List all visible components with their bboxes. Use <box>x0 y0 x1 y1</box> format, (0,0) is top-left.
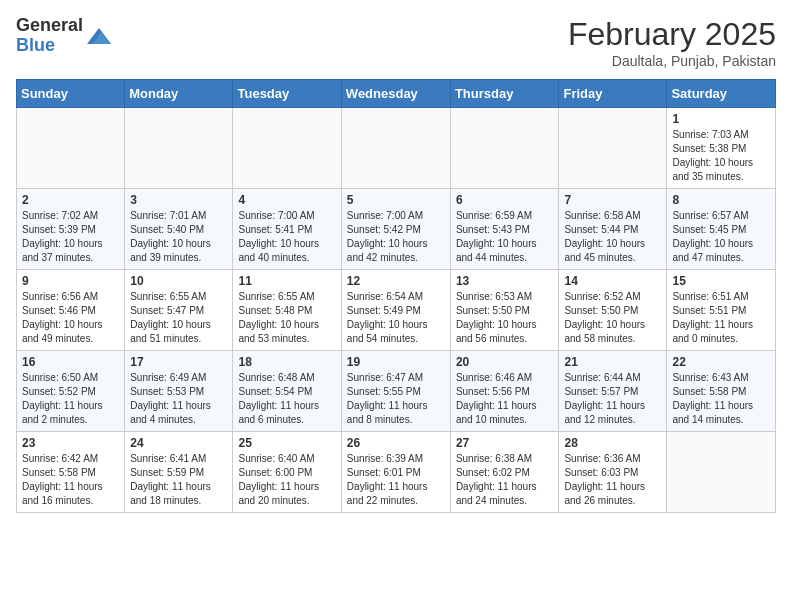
calendar-day-cell <box>450 108 559 189</box>
month-title: February 2025 <box>568 16 776 53</box>
day-number: 19 <box>347 355 445 369</box>
day-number: 10 <box>130 274 227 288</box>
day-info: Sunrise: 7:00 AM Sunset: 5:41 PM Dayligh… <box>238 209 335 265</box>
calendar-day-cell: 18Sunrise: 6:48 AM Sunset: 5:54 PM Dayli… <box>233 351 341 432</box>
calendar-day-cell <box>17 108 125 189</box>
day-info: Sunrise: 6:53 AM Sunset: 5:50 PM Dayligh… <box>456 290 554 346</box>
day-number: 15 <box>672 274 770 288</box>
calendar-week-row: 2Sunrise: 7:02 AM Sunset: 5:39 PM Daylig… <box>17 189 776 270</box>
day-number: 18 <box>238 355 335 369</box>
calendar-day-cell: 4Sunrise: 7:00 AM Sunset: 5:41 PM Daylig… <box>233 189 341 270</box>
day-number: 23 <box>22 436 119 450</box>
calendar-day-cell: 2Sunrise: 7:02 AM Sunset: 5:39 PM Daylig… <box>17 189 125 270</box>
calendar-day-cell: 14Sunrise: 6:52 AM Sunset: 5:50 PM Dayli… <box>559 270 667 351</box>
calendar-day-cell: 25Sunrise: 6:40 AM Sunset: 6:00 PM Dayli… <box>233 432 341 513</box>
calendar-day-cell: 28Sunrise: 6:36 AM Sunset: 6:03 PM Dayli… <box>559 432 667 513</box>
logo-icon <box>87 24 111 48</box>
day-number: 9 <box>22 274 119 288</box>
day-number: 14 <box>564 274 661 288</box>
calendar-day-cell: 26Sunrise: 6:39 AM Sunset: 6:01 PM Dayli… <box>341 432 450 513</box>
day-info: Sunrise: 6:56 AM Sunset: 5:46 PM Dayligh… <box>22 290 119 346</box>
page-header: General Blue February 2025 Daultala, Pun… <box>16 16 776 69</box>
calendar-day-cell: 6Sunrise: 6:59 AM Sunset: 5:43 PM Daylig… <box>450 189 559 270</box>
logo-blue: Blue <box>16 36 83 56</box>
calendar-day-cell: 10Sunrise: 6:55 AM Sunset: 5:47 PM Dayli… <box>125 270 233 351</box>
day-number: 28 <box>564 436 661 450</box>
day-info: Sunrise: 6:47 AM Sunset: 5:55 PM Dayligh… <box>347 371 445 427</box>
calendar-day-cell: 1Sunrise: 7:03 AM Sunset: 5:38 PM Daylig… <box>667 108 776 189</box>
day-number: 22 <box>672 355 770 369</box>
day-number: 13 <box>456 274 554 288</box>
calendar-week-row: 23Sunrise: 6:42 AM Sunset: 5:58 PM Dayli… <box>17 432 776 513</box>
day-info: Sunrise: 7:00 AM Sunset: 5:42 PM Dayligh… <box>347 209 445 265</box>
day-info: Sunrise: 6:39 AM Sunset: 6:01 PM Dayligh… <box>347 452 445 508</box>
day-info: Sunrise: 7:02 AM Sunset: 5:39 PM Dayligh… <box>22 209 119 265</box>
day-info: Sunrise: 6:55 AM Sunset: 5:48 PM Dayligh… <box>238 290 335 346</box>
calendar-day-cell: 15Sunrise: 6:51 AM Sunset: 5:51 PM Dayli… <box>667 270 776 351</box>
weekday-header-row: SundayMondayTuesdayWednesdayThursdayFrid… <box>17 80 776 108</box>
calendar-day-cell: 19Sunrise: 6:47 AM Sunset: 5:55 PM Dayli… <box>341 351 450 432</box>
location-subtitle: Daultala, Punjab, Pakistan <box>568 53 776 69</box>
weekday-header: Monday <box>125 80 233 108</box>
day-number: 17 <box>130 355 227 369</box>
day-number: 3 <box>130 193 227 207</box>
day-info: Sunrise: 6:38 AM Sunset: 6:02 PM Dayligh… <box>456 452 554 508</box>
calendar-day-cell: 20Sunrise: 6:46 AM Sunset: 5:56 PM Dayli… <box>450 351 559 432</box>
day-info: Sunrise: 6:41 AM Sunset: 5:59 PM Dayligh… <box>130 452 227 508</box>
day-info: Sunrise: 6:40 AM Sunset: 6:00 PM Dayligh… <box>238 452 335 508</box>
weekday-header: Friday <box>559 80 667 108</box>
weekday-header: Tuesday <box>233 80 341 108</box>
calendar-day-cell: 13Sunrise: 6:53 AM Sunset: 5:50 PM Dayli… <box>450 270 559 351</box>
day-info: Sunrise: 6:54 AM Sunset: 5:49 PM Dayligh… <box>347 290 445 346</box>
calendar-day-cell <box>341 108 450 189</box>
day-info: Sunrise: 6:55 AM Sunset: 5:47 PM Dayligh… <box>130 290 227 346</box>
day-number: 21 <box>564 355 661 369</box>
calendar-day-cell <box>667 432 776 513</box>
calendar-day-cell <box>125 108 233 189</box>
day-number: 6 <box>456 193 554 207</box>
calendar-day-cell: 3Sunrise: 7:01 AM Sunset: 5:40 PM Daylig… <box>125 189 233 270</box>
calendar-week-row: 16Sunrise: 6:50 AM Sunset: 5:52 PM Dayli… <box>17 351 776 432</box>
calendar-day-cell: 9Sunrise: 6:56 AM Sunset: 5:46 PM Daylig… <box>17 270 125 351</box>
day-info: Sunrise: 6:43 AM Sunset: 5:58 PM Dayligh… <box>672 371 770 427</box>
weekday-header: Thursday <box>450 80 559 108</box>
day-number: 24 <box>130 436 227 450</box>
day-info: Sunrise: 6:57 AM Sunset: 5:45 PM Dayligh… <box>672 209 770 265</box>
calendar-day-cell <box>559 108 667 189</box>
day-number: 16 <box>22 355 119 369</box>
calendar-day-cell: 8Sunrise: 6:57 AM Sunset: 5:45 PM Daylig… <box>667 189 776 270</box>
day-info: Sunrise: 7:01 AM Sunset: 5:40 PM Dayligh… <box>130 209 227 265</box>
day-info: Sunrise: 6:52 AM Sunset: 5:50 PM Dayligh… <box>564 290 661 346</box>
calendar-day-cell: 27Sunrise: 6:38 AM Sunset: 6:02 PM Dayli… <box>450 432 559 513</box>
calendar-day-cell: 21Sunrise: 6:44 AM Sunset: 5:57 PM Dayli… <box>559 351 667 432</box>
calendar-week-row: 1Sunrise: 7:03 AM Sunset: 5:38 PM Daylig… <box>17 108 776 189</box>
day-info: Sunrise: 6:36 AM Sunset: 6:03 PM Dayligh… <box>564 452 661 508</box>
calendar-day-cell: 22Sunrise: 6:43 AM Sunset: 5:58 PM Dayli… <box>667 351 776 432</box>
day-number: 1 <box>672 112 770 126</box>
logo: General Blue <box>16 16 111 56</box>
calendar-day-cell: 11Sunrise: 6:55 AM Sunset: 5:48 PM Dayli… <box>233 270 341 351</box>
day-info: Sunrise: 6:44 AM Sunset: 5:57 PM Dayligh… <box>564 371 661 427</box>
day-number: 11 <box>238 274 335 288</box>
day-info: Sunrise: 6:42 AM Sunset: 5:58 PM Dayligh… <box>22 452 119 508</box>
title-block: February 2025 Daultala, Punjab, Pakistan <box>568 16 776 69</box>
day-number: 2 <box>22 193 119 207</box>
day-number: 5 <box>347 193 445 207</box>
day-number: 12 <box>347 274 445 288</box>
day-info: Sunrise: 6:58 AM Sunset: 5:44 PM Dayligh… <box>564 209 661 265</box>
day-info: Sunrise: 7:03 AM Sunset: 5:38 PM Dayligh… <box>672 128 770 184</box>
calendar-day-cell: 24Sunrise: 6:41 AM Sunset: 5:59 PM Dayli… <box>125 432 233 513</box>
day-number: 7 <box>564 193 661 207</box>
day-info: Sunrise: 6:46 AM Sunset: 5:56 PM Dayligh… <box>456 371 554 427</box>
calendar-table: SundayMondayTuesdayWednesdayThursdayFrid… <box>16 79 776 513</box>
calendar-day-cell: 23Sunrise: 6:42 AM Sunset: 5:58 PM Dayli… <box>17 432 125 513</box>
day-number: 25 <box>238 436 335 450</box>
day-info: Sunrise: 6:51 AM Sunset: 5:51 PM Dayligh… <box>672 290 770 346</box>
calendar-day-cell <box>233 108 341 189</box>
calendar-day-cell: 12Sunrise: 6:54 AM Sunset: 5:49 PM Dayli… <box>341 270 450 351</box>
calendar-day-cell: 7Sunrise: 6:58 AM Sunset: 5:44 PM Daylig… <box>559 189 667 270</box>
calendar-week-row: 9Sunrise: 6:56 AM Sunset: 5:46 PM Daylig… <box>17 270 776 351</box>
weekday-header: Wednesday <box>341 80 450 108</box>
calendar-day-cell: 16Sunrise: 6:50 AM Sunset: 5:52 PM Dayli… <box>17 351 125 432</box>
day-number: 8 <box>672 193 770 207</box>
